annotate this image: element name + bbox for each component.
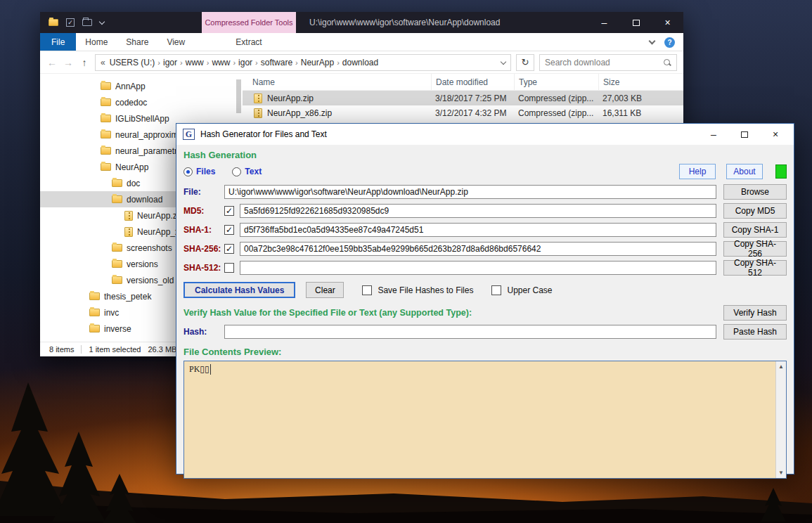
column-header-name[interactable]: Name	[243, 77, 431, 87]
explorer-app-icon	[49, 19, 58, 26]
md5-checkbox[interactable]	[224, 206, 234, 216]
tab-file[interactable]: File	[40, 33, 76, 51]
search-input[interactable]	[545, 58, 663, 67]
sha1-label: SHA-1:	[183, 225, 224, 235]
file-label: File:	[183, 187, 224, 197]
maximize-button[interactable]	[620, 12, 652, 33]
browse-button[interactable]: Browse	[723, 184, 787, 200]
app-icon: G	[183, 129, 195, 140]
new-folder-icon[interactable]	[82, 19, 92, 26]
tree-item-label: invc	[104, 308, 119, 318]
help-icon[interactable]: ?	[664, 37, 675, 48]
forward-icon[interactable]: →	[63, 57, 74, 68]
save-hashes-label[interactable]: Save File Hashes to Files	[378, 285, 473, 295]
breadcrumb-item[interactable]: NeurApp	[298, 58, 337, 67]
tree-item-annapp[interactable]: AnnApp	[40, 78, 243, 94]
preview-scrollbar[interactable]: ▲ ▼	[775, 361, 786, 478]
files-radio-label[interactable]: Files	[196, 167, 215, 176]
address-bar: ← → ↑ « USERS (U:) › igor › www › www › …	[40, 51, 683, 74]
tree-item-codedoc[interactable]: codedoc	[40, 94, 243, 110]
minimize-button[interactable]: –	[698, 124, 729, 145]
breadcrumb-item[interactable]: software	[258, 58, 295, 67]
text-radio[interactable]	[232, 167, 241, 176]
verify-hash-button[interactable]: Verify Hash	[723, 305, 787, 321]
md5-value-input[interactable]	[240, 204, 716, 218]
quick-access-caret-icon[interactable]	[99, 18, 105, 24]
clear-button[interactable]: Clear	[306, 282, 344, 298]
file-contents-preview[interactable]: PK▯▯ ▲ ▼	[183, 361, 787, 479]
breadcrumb-item[interactable]: igor	[236, 58, 255, 67]
tree-item-label: AnnApp	[115, 82, 146, 91]
sha256-checkbox[interactable]	[224, 244, 234, 254]
copy-sha512-button[interactable]: Copy SHA-512	[723, 260, 787, 276]
zip-file-icon	[124, 227, 133, 237]
maximize-icon	[633, 20, 640, 26]
folder-icon	[112, 260, 122, 268]
copy-md5-button[interactable]: Copy MD5	[723, 203, 787, 219]
tree-item-label: doc	[127, 179, 140, 188]
paste-hash-button[interactable]: Paste Hash	[723, 324, 787, 340]
tree-item-label: IGLibShellApp	[115, 114, 169, 124]
table-row[interactable]: NeurApp_x86.zip 3/12/2017 4:32 PM Compre…	[243, 105, 683, 120]
upper-case-label[interactable]: Upper Case	[507, 285, 552, 295]
tree-scrollbar[interactable]	[236, 79, 241, 113]
files-radio[interactable]	[183, 167, 193, 176]
tree-item-label: NeurApp	[115, 162, 148, 172]
breadcrumb[interactable]: « USERS (U:) › igor › www › www › igor ›…	[95, 54, 511, 71]
breadcrumb-item[interactable]: USERS (U:)	[107, 58, 158, 67]
search-box[interactable]	[539, 54, 677, 71]
maximize-button[interactable]	[729, 124, 760, 145]
breadcrumb-item[interactable]: igor	[160, 58, 180, 67]
copy-sha256-button[interactable]: Copy SHA-256	[723, 241, 787, 257]
column-header-type[interactable]: Type	[514, 74, 598, 90]
file-date: 3/18/2017 7:25 PM	[431, 93, 514, 103]
address-dropdown-icon[interactable]	[501, 58, 506, 64]
folder-icon	[101, 147, 111, 155]
sha1-checkbox[interactable]	[224, 225, 234, 235]
table-row[interactable]: NeurApp.zip 3/18/2017 7:25 PM Compressed…	[243, 91, 683, 105]
column-header-date-modified[interactable]: Date modified	[431, 74, 514, 90]
copy-sha1-button[interactable]: Copy SHA-1	[723, 222, 787, 238]
hash-verify-input[interactable]	[224, 325, 716, 339]
scroll-up-icon[interactable]: ▲	[778, 363, 784, 370]
ribbon-collapse-icon[interactable]	[649, 38, 656, 45]
upper-case-checkbox[interactable]	[491, 285, 501, 295]
sha512-value-input[interactable]	[240, 261, 716, 275]
folder-icon	[112, 195, 122, 203]
tab-home[interactable]: Home	[76, 33, 117, 51]
close-button[interactable]: ×	[652, 12, 683, 33]
ribbon-right-controls: ?	[650, 33, 675, 51]
verify-heading: Verify Hash Value for the Specified File…	[183, 308, 716, 318]
up-icon[interactable]: ↑	[79, 57, 90, 68]
scroll-down-icon[interactable]: ▼	[778, 470, 784, 476]
tab-extract[interactable]: Extract	[202, 33, 296, 51]
minimize-button[interactable]: –	[588, 12, 620, 33]
sha1-value-input[interactable]	[240, 223, 716, 237]
tree-item-label: versions_old	[127, 276, 174, 285]
properties-icon[interactable]: ✓	[66, 18, 75, 27]
about-button[interactable]: About	[726, 164, 763, 179]
column-header-size[interactable]: Size	[598, 74, 669, 90]
breadcrumb-item[interactable]: download	[340, 58, 381, 67]
file-path-input[interactable]	[224, 185, 716, 199]
tab-view[interactable]: View	[157, 33, 194, 51]
close-button[interactable]: ×	[760, 124, 791, 145]
sha256-value-input[interactable]	[240, 242, 716, 256]
sha512-checkbox[interactable]	[224, 263, 234, 273]
contextual-tab-compressed-folder-tools[interactable]: Compressed Folder Tools	[202, 12, 296, 33]
calculate-hash-values-button[interactable]: Calculate Hash Values	[183, 282, 295, 298]
file-list-header: Name Date modified Type Size	[243, 74, 683, 91]
breadcrumb-item[interactable]: www	[209, 58, 233, 67]
text-radio-label[interactable]: Text	[245, 167, 262, 176]
breadcrumb-overflow-icon[interactable]: «	[101, 58, 107, 67]
tab-share[interactable]: Share	[117, 33, 157, 51]
folder-icon	[101, 131, 111, 138]
file-name: NeurApp_x86.zip	[267, 108, 332, 118]
save-hashes-checkbox[interactable]	[362, 285, 372, 295]
breadcrumb-item[interactable]: www	[183, 58, 207, 67]
back-icon[interactable]: ←	[46, 57, 58, 68]
refresh-button[interactable]: ↻	[516, 54, 534, 71]
preview-text: PK▯▯	[189, 364, 211, 375]
file-type: Compressed (zipp...	[514, 108, 598, 118]
help-button[interactable]: Help	[679, 164, 716, 179]
